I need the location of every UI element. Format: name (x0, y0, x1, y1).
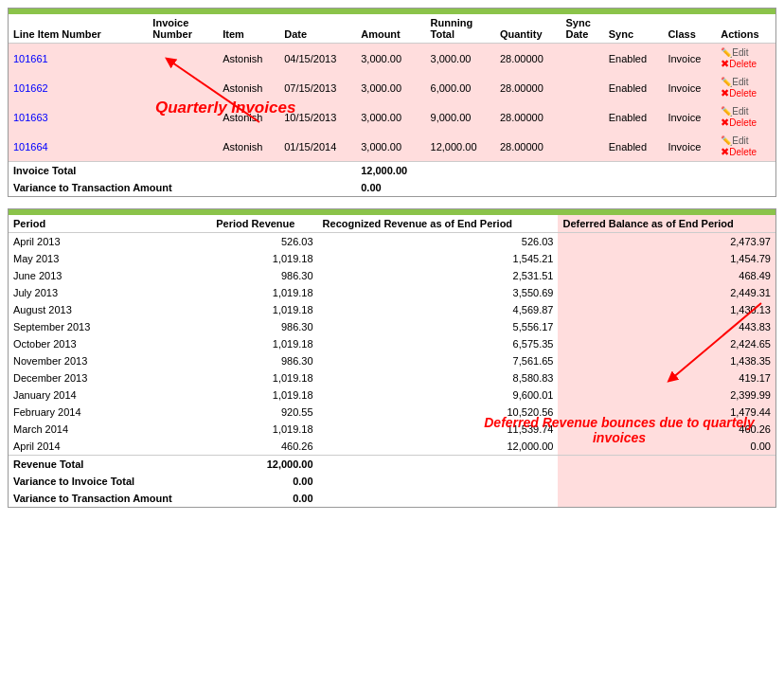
deferred-balance: 2,399.99 (558, 386, 775, 404)
revenue-table: Period Period Revenue Recognized Revenue… (9, 215, 775, 507)
revenue-section: Period Period Revenue Recognized Revenue… (8, 208, 776, 508)
deferred-balance: 1,454.79 (558, 250, 775, 267)
edit-icon: ✏️ (721, 135, 732, 146)
revenue-table-row: January 2014 1,019.18 9,600.01 2,399.99 (9, 386, 775, 404)
deferred-balance: 2,424.65 (558, 335, 775, 352)
recognized-revenue: 4,569.87 (318, 301, 559, 318)
period: April 2013 (9, 233, 211, 251)
quarterly-annotation: Quarterly Invoices (155, 99, 295, 117)
sync-date (561, 44, 604, 74)
rev-col-period: Period (9, 215, 211, 233)
sync-date (561, 102, 604, 132)
edit-link[interactable]: Edit (732, 135, 748, 146)
delete-link[interactable]: Delete (729, 59, 757, 69)
revenue-table-row: April 2013 526.03 526.03 2,473.97 (9, 233, 775, 251)
rev-col-deferred: Deferred Balance as of End Period (558, 215, 775, 233)
recognized-revenue: 1,545.21 (318, 250, 559, 267)
revenue-table-row: November 2013 986.30 7,561.65 1,438.35 (9, 352, 775, 369)
class-value: Invoice (663, 44, 716, 74)
period-revenue: 1,019.18 (211, 335, 317, 352)
recognized-revenue: 8,580.83 (318, 369, 559, 386)
variance-label: Variance to Transaction Amount (9, 179, 218, 196)
sync-date (561, 73, 604, 102)
sync-status: Enabled (604, 102, 664, 132)
deferred-balance: 1,430.13 (558, 301, 775, 318)
edit-link[interactable]: Edit (732, 106, 748, 117)
col-actions: Actions (716, 14, 775, 44)
period-revenue: 1,019.18 (211, 369, 317, 386)
delete-icon: ✖ (721, 146, 729, 157)
class-value: Invoice (663, 102, 716, 132)
quantity: 28.00000 (495, 73, 561, 102)
period-revenue: 920.55 (211, 404, 317, 421)
variance-row: Variance to Transaction Amount 0.00 (9, 179, 775, 196)
edit-link[interactable]: Edit (732, 77, 748, 87)
recognized-revenue: 3,550.69 (318, 284, 559, 301)
deferred-balance: 468.49 (558, 267, 775, 284)
class-value: Invoice (663, 132, 716, 162)
item-name: Astonish (218, 132, 279, 162)
col-sync: Sync (604, 14, 664, 44)
recognized-revenue: 2,531.51 (318, 267, 559, 284)
deferred-balance: 443.83 (558, 318, 775, 335)
sync-date (561, 132, 604, 162)
action-cell: ✏️Edit ✖Delete (716, 73, 775, 102)
col-item: Item (218, 14, 279, 44)
invoice-number (148, 132, 218, 162)
class-value: Invoice (663, 73, 716, 102)
delete-link[interactable]: Delete (729, 88, 757, 99)
invoice-section: Line Item Number InvoiceNumber Item Date… (8, 8, 776, 197)
sync-status: Enabled (604, 73, 664, 102)
invoice-table-row: 101664 Astonish 01/15/2014 3,000.00 12,0… (9, 132, 775, 162)
line-item-number[interactable]: 101662 (9, 73, 148, 102)
action-cell: ✏️Edit ✖Delete (716, 44, 775, 74)
edit-icon: ✏️ (721, 106, 732, 117)
period: August 2013 (9, 301, 211, 318)
running-total: 9,000.00 (426, 102, 495, 132)
deferred-balance: 2,449.31 (558, 284, 775, 301)
item-name: Astonish (218, 44, 279, 74)
period-revenue: 460.26 (211, 438, 317, 456)
variance-transaction-label: Variance to Transaction Amount (9, 490, 211, 507)
edit-link[interactable]: Edit (732, 47, 748, 58)
edit-icon: ✏️ (721, 77, 732, 87)
item-amount: 3,000.00 (356, 102, 425, 132)
period-revenue: 1,019.18 (211, 421, 317, 438)
quantity: 28.00000 (495, 44, 561, 74)
recognized-revenue: 6,575.35 (318, 335, 559, 352)
col-line-item: Line Item Number (9, 14, 148, 44)
revenue-total-label: Revenue Total (9, 456, 211, 474)
period: May 2013 (9, 250, 211, 267)
period-revenue: 986.30 (211, 352, 317, 369)
col-sync-date: SyncDate (561, 14, 604, 44)
invoice-total-label: Invoice Total (9, 162, 218, 180)
item-amount: 3,000.00 (356, 73, 425, 102)
deferred-balance: 419.17 (558, 369, 775, 386)
running-total: 6,000.00 (426, 73, 495, 102)
deferred-balance: 2,473.97 (558, 233, 775, 251)
period: June 2013 (9, 267, 211, 284)
variance-invoice-row: Variance to Invoice Total 0.00 (9, 473, 775, 490)
period: November 2013 (9, 352, 211, 369)
col-date: Date (279, 14, 356, 44)
variance-invoice-label: Variance to Invoice Total (9, 473, 211, 490)
variance-transaction-value: 0.00 (211, 490, 317, 507)
line-item-number[interactable]: 101661 (9, 44, 148, 74)
variance-invoice-value: 0.00 (211, 473, 317, 490)
line-item-number[interactable]: 101663 (9, 102, 148, 132)
action-cell: ✏️Edit ✖Delete (716, 132, 775, 162)
running-total: 12,000.00 (426, 132, 495, 162)
period-revenue: 986.30 (211, 318, 317, 335)
col-class: Class (663, 14, 716, 44)
revenue-table-row: September 2013 986.30 5,556.17 443.83 (9, 318, 775, 335)
delete-link[interactable]: Delete (729, 147, 757, 157)
delete-link[interactable]: Delete (729, 117, 757, 128)
revenue-table-row: October 2013 1,019.18 6,575.35 2,424.65 (9, 335, 775, 352)
period: February 2014 (9, 404, 211, 421)
rev-col-revenue: Period Revenue (211, 215, 317, 233)
line-item-number[interactable]: 101664 (9, 132, 148, 162)
period: September 2013 (9, 318, 211, 335)
period: December 2013 (9, 369, 211, 386)
invoice-total-row: Invoice Total 12,000.00 (9, 162, 775, 180)
revenue-total-row: Revenue Total 12,000.00 (9, 456, 775, 474)
